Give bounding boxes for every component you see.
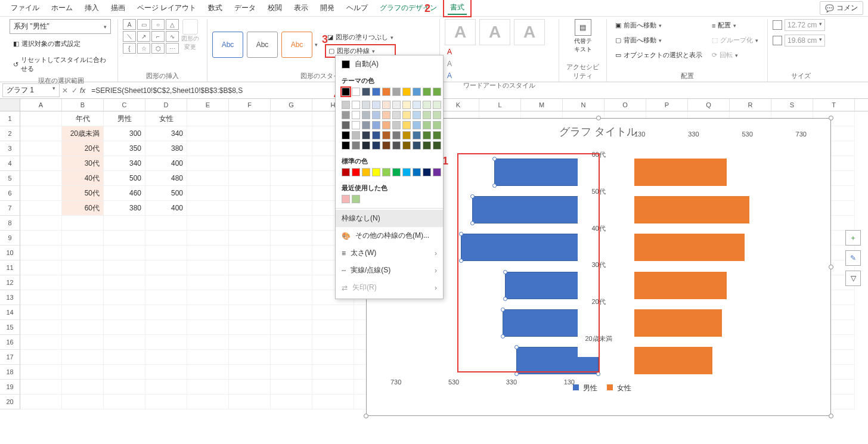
color-swatch[interactable] bbox=[402, 131, 411, 139]
dashes-button[interactable]: ┄ 実線/点線(S) › bbox=[336, 262, 443, 279]
cell[interactable] bbox=[229, 335, 271, 350]
cell[interactable] bbox=[20, 186, 62, 201]
cell[interactable] bbox=[312, 380, 354, 395]
shape-fill-button[interactable]: ◪ 図形の塗りつぶし ▾ bbox=[325, 32, 396, 43]
cell[interactable] bbox=[229, 350, 271, 365]
cell[interactable] bbox=[62, 395, 104, 409]
cell[interactable] bbox=[229, 395, 271, 409]
cell[interactable] bbox=[62, 365, 104, 380]
cell[interactable] bbox=[271, 395, 312, 409]
color-swatch[interactable] bbox=[372, 168, 380, 176]
style-gallery-expand[interactable]: ▾ bbox=[315, 42, 318, 48]
shape-style-3[interactable]: Abc bbox=[281, 32, 312, 58]
color-swatch[interactable] bbox=[402, 101, 411, 109]
row-10[interactable]: 10 bbox=[0, 246, 20, 260]
cell[interactable] bbox=[20, 126, 62, 141]
color-swatch[interactable] bbox=[423, 101, 431, 109]
cell[interactable] bbox=[20, 201, 62, 216]
color-swatch[interactable] bbox=[413, 131, 421, 139]
bar-female[interactable] bbox=[634, 309, 722, 337]
col-N[interactable]: N bbox=[563, 99, 604, 111]
color-swatch[interactable] bbox=[372, 88, 380, 96]
width-input[interactable]: 19.68 cm▾ bbox=[785, 35, 825, 46]
color-swatch[interactable] bbox=[372, 111, 380, 119]
cell[interactable]: 380 bbox=[104, 201, 145, 216]
cell[interactable] bbox=[187, 380, 229, 395]
color-swatch[interactable] bbox=[392, 88, 401, 96]
category-axis[interactable]: 60代50代40代30代20代20歳未満 bbox=[578, 136, 619, 357]
cell[interactable] bbox=[187, 186, 229, 201]
cell[interactable]: 40代 bbox=[62, 171, 104, 186]
color-swatch[interactable] bbox=[372, 101, 380, 109]
row-13[interactable]: 13 bbox=[0, 290, 20, 305]
color-swatch[interactable] bbox=[352, 101, 360, 109]
shape-style-2[interactable]: Abc bbox=[247, 32, 278, 58]
cell[interactable] bbox=[271, 141, 312, 156]
cell[interactable] bbox=[20, 365, 62, 380]
row-9[interactable]: 9 bbox=[0, 231, 20, 246]
cell[interactable]: 350 bbox=[104, 141, 145, 156]
row-16[interactable]: 16 bbox=[0, 335, 20, 350]
cell[interactable] bbox=[229, 275, 271, 290]
cell[interactable] bbox=[271, 156, 312, 171]
cell[interactable]: 500 bbox=[104, 171, 145, 186]
menu-view[interactable]: 表示 bbox=[288, 1, 314, 15]
cell[interactable]: 380 bbox=[145, 141, 187, 156]
series-handle[interactable] bbox=[501, 308, 505, 312]
cell[interactable] bbox=[187, 126, 229, 141]
cell[interactable] bbox=[271, 365, 312, 380]
cell[interactable] bbox=[271, 126, 312, 141]
shape-hex[interactable]: ⬡ bbox=[151, 43, 165, 54]
shape-triangle[interactable]: △ bbox=[166, 19, 179, 30]
cell[interactable] bbox=[104, 246, 145, 260]
col-Q[interactable]: Q bbox=[688, 99, 730, 111]
cell[interactable] bbox=[187, 260, 229, 275]
cell[interactable] bbox=[271, 171, 312, 186]
color-swatch[interactable] bbox=[352, 111, 360, 119]
color-swatch[interactable] bbox=[392, 101, 401, 109]
cell[interactable] bbox=[145, 305, 187, 320]
col-F[interactable]: F bbox=[229, 99, 271, 111]
cell[interactable] bbox=[187, 141, 229, 156]
cell[interactable] bbox=[145, 365, 187, 380]
cell[interactable] bbox=[271, 335, 312, 350]
cell[interactable] bbox=[20, 290, 62, 305]
shape-rect[interactable]: ▭ bbox=[137, 19, 150, 30]
cell[interactable] bbox=[104, 305, 145, 320]
chart-elements-button[interactable]: ＋ bbox=[845, 230, 861, 246]
chart-resize-handle[interactable] bbox=[829, 414, 833, 418]
accept-formula-icon[interactable]: ✓ bbox=[72, 86, 78, 95]
cell[interactable] bbox=[229, 260, 271, 275]
color-swatch[interactable] bbox=[392, 168, 401, 176]
row-20[interactable]: 20 bbox=[0, 395, 20, 409]
menu-draw[interactable]: 描画 bbox=[105, 1, 131, 15]
row-5[interactable]: 5 bbox=[0, 171, 20, 186]
cell[interactable] bbox=[187, 171, 229, 186]
cell[interactable] bbox=[20, 380, 62, 395]
cell[interactable] bbox=[62, 380, 104, 395]
cell[interactable] bbox=[271, 305, 312, 320]
height-input[interactable]: 12.72 cm▾ bbox=[785, 19, 825, 31]
color-swatch[interactable] bbox=[433, 141, 441, 150]
cell[interactable] bbox=[229, 305, 271, 320]
color-swatch[interactable] bbox=[392, 111, 401, 119]
cell[interactable] bbox=[104, 290, 145, 305]
cell[interactable] bbox=[145, 380, 187, 395]
color-swatch[interactable] bbox=[423, 111, 431, 119]
col-P[interactable]: P bbox=[646, 99, 688, 111]
cell[interactable] bbox=[312, 320, 354, 335]
color-swatch[interactable] bbox=[392, 121, 401, 129]
row-12[interactable]: 12 bbox=[0, 275, 20, 290]
cell[interactable] bbox=[229, 156, 271, 171]
chart-resize-handle[interactable] bbox=[364, 414, 368, 418]
cell[interactable] bbox=[145, 395, 187, 409]
select-all-corner[interactable] bbox=[0, 99, 20, 111]
cell[interactable]: 50代 bbox=[62, 186, 104, 201]
wordart-gallery[interactable]: A A A bbox=[445, 19, 545, 45]
cell[interactable] bbox=[229, 380, 271, 395]
align-button[interactable]: ≡配置▾ bbox=[708, 19, 762, 32]
cell[interactable] bbox=[271, 320, 312, 335]
color-swatch[interactable] bbox=[362, 121, 370, 129]
color-swatch[interactable] bbox=[382, 131, 390, 139]
menu-insert[interactable]: 挿入 bbox=[79, 1, 105, 15]
